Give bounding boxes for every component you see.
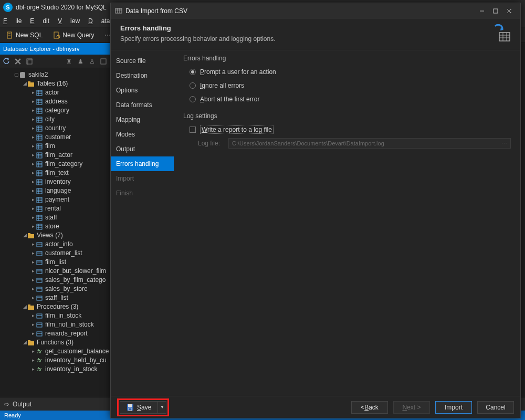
tree-table-category[interactable]: ▸category [1,106,110,115]
radio-abort-first[interactable]: Abort at the first error [183,92,511,106]
svg-rect-27 [37,108,42,113]
new-query-button[interactable]: New Query [50,30,97,40]
svg-rect-107 [28,341,34,345]
refresh-icon[interactable] [2,57,10,66]
tree-table-payment[interactable]: ▸payment [1,195,110,204]
menu-file[interactable]: File [3,17,22,25]
output-label: Output [13,401,32,408]
svg-rect-97 [37,296,42,300]
filter-icon[interactable]: ♜ [65,57,73,66]
tree-view-staff_list[interactable]: ▸staff_list [1,293,110,302]
tree-table-film[interactable]: ▸film [1,142,110,151]
tree-view-film_list[interactable]: ▸film_list [1,258,110,267]
tree-table-film_text[interactable]: ▸film_text [1,169,110,177]
tree-proc-film_not_in_stock[interactable]: ▸film_not_in_stock [1,320,110,329]
svg-rect-83 [28,234,34,238]
filter3-icon[interactable]: ♙ [88,57,96,66]
log-settings-group: Log settings Write a report to a log fil… [183,112,511,150]
tree-func-inventory_held_by_cu[interactable]: ▸fxinventory_held_by_cu [1,356,110,365]
svg-rect-59 [37,180,42,185]
tree-proc-film_in_stock[interactable]: ▸film_in_stock [1,311,110,320]
data-import-dialog: Data Import from CSV Errors handling Spe… [110,3,521,418]
svg-rect-19 [37,90,42,96]
database-explorer: Database Explorer - dbfmysrv ♜ ♟ ♙ ▢saki… [0,43,110,397]
browse-icon[interactable]: ⋯ [501,140,507,147]
tree-table-staff[interactable]: ▸staff [1,213,110,222]
tree-table-actor[interactable]: ▸actor [1,88,110,97]
new-sql-label: New SQL [16,32,43,39]
tree-view-customer_list[interactable]: ▸customer_list [1,249,110,258]
save-dropdown-icon[interactable]: ▼ [158,401,166,414]
save-button[interactable]: Save [120,401,158,414]
wizard-step-output[interactable]: Output [111,142,174,156]
wizard-step-data-formats[interactable]: Data formats [111,98,174,112]
tree-proc-rewards_report[interactable]: ▸rewards_report [1,329,110,338]
tree-table-country[interactable]: ▸country [1,124,110,133]
radio-prompt-user[interactable]: Prompt a user for an action [183,65,511,79]
wizard-step-errors-handling[interactable]: Errors handling [111,156,174,171]
svg-rect-51 [37,162,42,167]
check-write-log[interactable]: Write a report to a log file [183,123,511,136]
tree-table-address[interactable]: ▸address [1,97,110,106]
svg-rect-101 [37,314,42,318]
wizard-step-mapping[interactable]: Mapping [111,112,174,127]
dialog-close-icon[interactable] [502,5,516,17]
tree-table-film_category[interactable]: ▸film_category [1,160,110,169]
back-button[interactable]: < Back [351,401,388,414]
app-window: S dbForge Studio 2020 for MySQL File Edi… [0,0,525,420]
tree-view-sales_by_film_catego[interactable]: ▸sales_by_film_catego [1,276,110,285]
filter2-icon[interactable]: ♟ [76,57,85,66]
menu-edit[interactable]: Edit [30,17,49,25]
tree-func-inventory_in_stock[interactable]: ▸fxinventory_in_stock [1,365,110,374]
svg-rect-85 [37,243,42,247]
wizard-step-options[interactable]: Options [111,83,174,98]
cancel-button[interactable]: Cancel [477,401,514,414]
output-icon: ➪ [4,401,9,408]
radio-ignore-errors[interactable]: Ignore all errors [183,79,511,92]
tree-views-folder[interactable]: ◢Views (7) [1,231,110,240]
tree-table-store[interactable]: ▸store [1,222,110,231]
import-button[interactable]: Import [435,401,472,414]
layout-icon[interactable] [99,57,108,66]
log-file-field[interactable]: C:\Users\JordanSanders\Documents\Devart\… [228,138,511,149]
svg-rect-93 [37,278,42,282]
svg-rect-18 [28,81,30,83]
explorer-tree[interactable]: ▢sakila2◢Tables (16)▸actor▸address▸categ… [0,68,110,397]
tree-tables-folder[interactable]: ◢Tables (16) [1,79,110,88]
menu-view[interactable]: View [58,17,80,25]
svg-rect-47 [37,153,42,158]
new-sql-icon [6,32,14,39]
tree-view-actor_info[interactable]: ▸actor_info [1,240,110,249]
dialog-titlebar: Data Import from CSV [111,3,520,19]
tree-func-get_customer_balance[interactable]: ▸fxget_customer_balance [1,347,110,356]
tree-table-film_actor[interactable]: ▸film_actor [1,151,110,160]
dialog-footer: Save ▼ < Back Next > Import Cancel [111,396,520,418]
dialog-header: Errors handling Specify errors processin… [111,19,520,50]
tree-procs-folder[interactable]: ◢Procedures (3) [1,302,110,311]
tree-table-customer[interactable]: ▸customer [1,133,110,142]
tree-table-rental[interactable]: ▸rental [1,204,110,213]
dialog-minimize-icon[interactable] [475,5,489,17]
svg-rect-124 [129,408,132,411]
close-connection-icon[interactable] [14,57,22,66]
wizard-step-modes[interactable]: Modes [111,127,174,142]
svg-point-16 [20,76,25,78]
tree-database[interactable]: ▢sakila2 [1,70,110,79]
new-query-icon [53,32,60,39]
window-icon[interactable] [25,57,34,66]
tree-table-language[interactable]: ▸language [1,186,110,195]
log-file-label: Log file: [198,140,224,147]
radio-icon [190,82,196,89]
status-text: Ready [4,412,21,418]
tree-funcs-folder[interactable]: ◢Functions (3) [1,338,110,347]
tree-table-inventory[interactable]: ▸inventory [1,177,110,186]
new-sql-button[interactable]: New SQL [3,30,46,40]
svg-rect-23 [37,99,42,104]
wizard-step-destination[interactable]: Destination [111,68,174,83]
wizard-step-source-file[interactable]: Source file [111,54,174,68]
svg-rect-91 [37,269,42,274]
dialog-maximize-icon[interactable] [489,5,502,17]
tree-view-sales_by_store[interactable]: ▸sales_by_store [1,285,110,293]
tree-view-nicer_but_slower_film[interactable]: ▸nicer_but_slower_film [1,267,110,276]
tree-table-city[interactable]: ▸city [1,115,110,124]
